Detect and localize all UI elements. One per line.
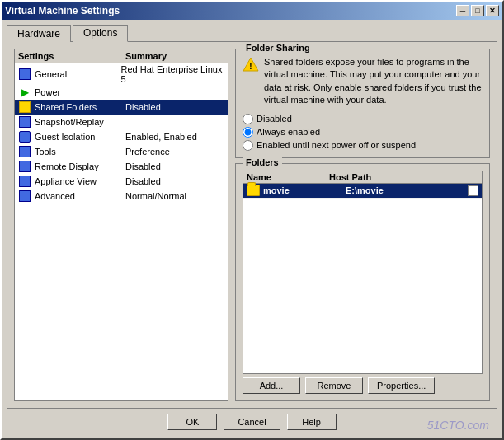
minimize-button[interactable]: ─ (456, 5, 469, 16)
settings-item-general[interactable]: General Red Hat Enterprise Linux 5 (15, 63, 228, 85)
folder-action-buttons: Add... Remove Properties... (243, 377, 483, 394)
tools-summary: Preference (125, 147, 170, 157)
general-icon (18, 68, 31, 81)
radio-disabled-label: Disabled (257, 114, 292, 124)
folder-enabled-checkbox[interactable]: ✓ (468, 185, 478, 196)
advanced-icon (18, 190, 31, 203)
settings-header: Settings Summary (15, 49, 228, 63)
col-header-settings: Settings (18, 51, 125, 61)
window-body: Hardware Options Settings Summary Genera… (2, 20, 502, 438)
general-summary: Red Hat Enterprise Linux 5 (121, 64, 224, 84)
properties-button[interactable]: Properties... (368, 377, 435, 394)
warning-icon: ! (243, 56, 259, 73)
add-button[interactable]: Add... (243, 377, 300, 394)
remote-display-icon (18, 160, 31, 173)
maximize-button[interactable]: □ (471, 5, 484, 16)
radio-always-enabled[interactable]: Always enabled (243, 127, 483, 138)
radio-group: Disabled Always enabled Enabled until ne… (243, 114, 483, 151)
title-bar-text: Virtual Machine Settings (5, 5, 120, 16)
window-title: Virtual Machine Settings (5, 5, 120, 16)
appliance-view-summary: Disabled (125, 176, 161, 186)
cancel-button[interactable]: Cancel (224, 414, 280, 430)
radio-disabled-input[interactable] (243, 114, 253, 124)
remove-button[interactable]: Remove (305, 377, 363, 394)
power-icon: ▶ (18, 86, 31, 99)
guest-isolation-summary: Enabled, Enabled (125, 132, 197, 142)
folders-table: Name Host Path movie E:\movie ✓ (243, 171, 483, 374)
advanced-summary: Normal/Normal (125, 191, 186, 201)
col-header-host-path: Host Path (329, 172, 478, 182)
snapshot-icon (18, 115, 31, 129)
title-bar: Virtual Machine Settings ─ □ ✕ (2, 2, 502, 20)
settings-item-advanced[interactable]: Advanced Normal/Normal (15, 189, 228, 204)
title-bar-controls: ─ □ ✕ (456, 5, 499, 16)
settings-item-shared-folders[interactable]: Shared Folders Disabled (15, 100, 228, 115)
settings-item-tools[interactable]: Tools Preference (15, 144, 228, 159)
radio-until-power-off-input[interactable] (243, 140, 253, 151)
appliance-view-label: Appliance View (35, 176, 125, 186)
footer: OK Cancel Help 51CTO.com (7, 409, 497, 433)
power-label: Power (35, 87, 125, 97)
radio-always-enabled-input[interactable] (243, 127, 253, 138)
remote-display-summary: Disabled (125, 161, 161, 171)
tab-content: Settings Summary General Red Hat Enterpr… (7, 41, 497, 409)
tab-bar: Hardware Options (7, 25, 497, 42)
shared-folders-icon (18, 101, 31, 114)
right-panel: Folder Sharing ! Shared folders expose y… (235, 49, 490, 401)
settings-item-snapshot[interactable]: Snapshot/Replay (15, 115, 228, 129)
guest-isolation-label: Guest Isolation (35, 132, 125, 142)
folder-name: movie (263, 185, 346, 195)
tab-hardware[interactable]: Hardware (7, 25, 71, 42)
remote-display-label: Remote Display (35, 161, 125, 171)
shared-folders-label: Shared Folders (35, 102, 125, 112)
shared-folders-summary: Disabled (125, 102, 161, 112)
col-header-name: Name (247, 172, 329, 182)
main-window: Virtual Machine Settings ─ □ ✕ Hardware … (0, 0, 504, 440)
folders-group: Folders Name Host Path movie E:\movie ✓ (235, 163, 490, 401)
folder-sharing-title: Folder Sharing (243, 43, 313, 53)
appliance-view-icon (18, 175, 31, 188)
watermark: 51CTO.com (427, 419, 489, 432)
ok-button[interactable]: OK (167, 414, 217, 430)
settings-list: General Red Hat Enterprise Linux 5 ▶ Pow… (15, 63, 228, 400)
guest-isolation-icon (18, 130, 31, 143)
warning-text: Shared folders expose your files to prog… (264, 56, 483, 107)
advanced-label: Advanced (35, 191, 125, 201)
folder-row[interactable]: movie E:\movie ✓ (243, 184, 482, 199)
folders-title: Folders (243, 157, 282, 167)
radio-until-power-off-label: Enabled until next power off or suspend (257, 140, 416, 150)
settings-item-power[interactable]: ▶ Power (15, 85, 228, 100)
warning-row: ! Shared folders expose your files to pr… (243, 56, 483, 107)
close-button[interactable]: ✕ (486, 5, 499, 16)
settings-item-remote-display[interactable]: Remote Display Disabled (15, 159, 228, 174)
folder-host-path: E:\movie (346, 185, 468, 195)
radio-always-enabled-label: Always enabled (257, 127, 320, 137)
general-label: General (35, 69, 121, 79)
help-button[interactable]: Help (287, 414, 337, 430)
radio-until-power-off[interactable]: Enabled until next power off or suspend (243, 140, 483, 151)
col-header-summary: Summary (125, 51, 167, 61)
tools-label: Tools (35, 147, 125, 157)
tools-icon (18, 145, 31, 158)
folders-table-header: Name Host Path (243, 171, 482, 184)
snapshot-label: Snapshot/Replay (35, 117, 125, 127)
settings-item-guest-isolation[interactable]: Guest Isolation Enabled, Enabled (15, 129, 228, 144)
folder-icon (247, 185, 260, 196)
radio-disabled[interactable]: Disabled (243, 114, 483, 124)
folder-sharing-group: Folder Sharing ! Shared folders expose y… (235, 49, 490, 158)
svg-text:!: ! (249, 62, 252, 71)
settings-item-appliance-view[interactable]: Appliance View Disabled (15, 174, 228, 189)
left-panel: Settings Summary General Red Hat Enterpr… (14, 49, 228, 401)
tab-options[interactable]: Options (73, 25, 128, 42)
